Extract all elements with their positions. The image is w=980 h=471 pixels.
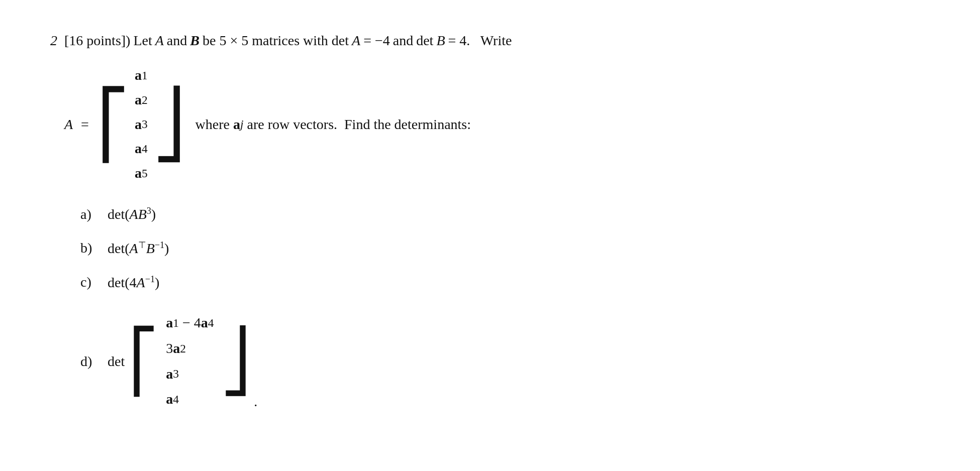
B-det-label: B <box>436 30 445 51</box>
header-line1: [16 points]) Let A and B be 5 × 5 matric… <box>64 30 512 51</box>
d-row-3: a3 <box>166 363 214 386</box>
j-sub: j <box>240 115 243 133</box>
vec-a2: a <box>135 89 142 111</box>
vec-a1: a <box>135 64 142 87</box>
and-text2: and <box>393 30 413 51</box>
are-row-vectors-text: are row vectors. Find the determinants: <box>247 114 471 135</box>
where-text-container: where aj are row vectors. Find the deter… <box>195 114 471 135</box>
and-text: and <box>167 30 187 51</box>
vec-a4: a <box>135 138 142 160</box>
minus-sign: − 4 <box>179 312 201 334</box>
d-sub-3: 3 <box>173 365 179 383</box>
matrix-d-rows: a1 − 4a4 3a2 a3 a4 <box>159 308 221 415</box>
d-vec-a3: a <box>166 363 173 386</box>
d-sub-4a: 4 <box>208 314 214 332</box>
part-c: c) det(4A−1) <box>80 274 915 291</box>
d-vec-a2: a <box>173 337 180 360</box>
d-sub-1: 1 <box>173 314 179 332</box>
part-b-expr: det(A⊤B−1) <box>108 240 169 257</box>
part-d-label: d) <box>80 354 101 370</box>
part-c-expr: det(4A−1) <box>108 274 159 291</box>
A-det-label: A <box>352 30 360 51</box>
d-sub-4b: 4 <box>173 390 179 409</box>
vec-a3: a <box>135 113 142 136</box>
sub-1: 1 <box>142 66 148 85</box>
matrix-A-label: A <box>64 114 73 135</box>
d-vec-a1: a <box>166 312 173 334</box>
right-sq-bracket: ⎦ <box>221 308 251 415</box>
det-text2: det <box>416 30 433 51</box>
matrix-definition: A = ⎡ a1 a2 a3 <box>64 61 512 188</box>
aj-symbol: a <box>233 114 240 135</box>
eq-det-a: = −4 <box>363 30 390 51</box>
bracket-d-container: ⎡ a1 − 4a4 3a2 a3 a4 ⎦ <box>129 308 251 415</box>
part-a: a) det(AB3) <box>80 206 915 222</box>
d-vec-a4a: a <box>201 312 208 334</box>
B-var: B <box>190 30 200 51</box>
problem-container: 2 [16 points]) Let A and B be 5 × 5 matr… <box>30 20 935 442</box>
matrix-row-2: a2 <box>135 89 148 111</box>
matrix-row-1: a1 <box>135 64 148 87</box>
header-text: [16 points]) Let A and B be 5 × 5 matric… <box>64 30 512 188</box>
period: . <box>254 394 257 415</box>
sub-4: 4 <box>142 140 148 158</box>
part-b-label: b) <box>80 240 101 256</box>
where-keyword: where <box>195 114 230 135</box>
d-sub-2: 2 <box>180 339 186 358</box>
let-text: Let <box>133 30 152 51</box>
parts-section: a) det(AB3) b) det(A⊤B−1) c) det(4A−1) d… <box>80 206 915 415</box>
bracket-container: ⎡ a1 a2 a3 a4 <box>97 61 185 188</box>
part-d: d) det ⎡ a1 − 4a4 3a2 a3 <box>80 308 915 415</box>
points-label: [16 points]) <box>64 30 130 51</box>
left-sq-bracket: ⎡ <box>129 308 159 415</box>
problem-header: 2 [16 points]) Let A and B be 5 × 5 matr… <box>50 30 915 188</box>
d-row-4: a4 <box>166 388 214 411</box>
matrix-row-5: a5 <box>135 162 148 185</box>
d-vec-a4b: a <box>166 388 173 411</box>
left-bracket: ⎡ <box>97 61 130 188</box>
part-a-expr: det(AB3) <box>108 206 156 222</box>
d-row-2: 3a2 <box>166 337 214 360</box>
part-b: b) det(A⊤B−1) <box>80 240 915 257</box>
det-word-d: det <box>108 354 125 370</box>
be-text: be 5 × 5 matrices with det <box>203 30 349 51</box>
eq-det-b: = 4. Write <box>448 30 512 51</box>
vec-a5: a <box>135 162 142 185</box>
sub-5: 5 <box>142 164 148 183</box>
matrix-row-4: a4 <box>135 138 148 160</box>
A-var: A <box>155 30 164 51</box>
sub-2: 2 <box>142 91 148 109</box>
right-bracket: ⎦ <box>153 61 185 188</box>
matrix-rows: a1 a2 a3 a4 a5 <box>130 61 153 188</box>
part-c-label: c) <box>80 274 101 290</box>
coeff-3: 3 <box>166 337 173 360</box>
part-a-label: a) <box>80 206 101 222</box>
matrix-row-3: a3 <box>135 113 148 136</box>
problem-number: 2 <box>50 30 57 51</box>
sub-3: 3 <box>142 115 148 134</box>
d-row-1: a1 − 4a4 <box>166 312 214 334</box>
matrix-eq-sign: = <box>81 114 89 135</box>
